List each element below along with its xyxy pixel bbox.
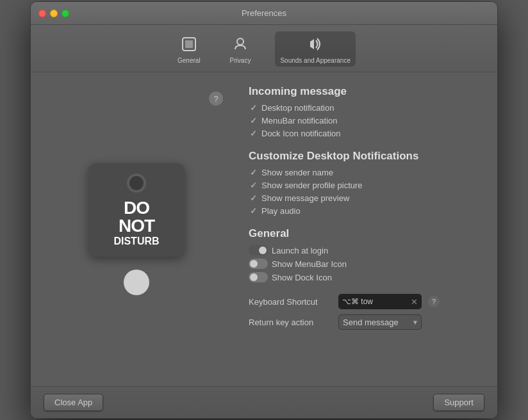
keyboard-shortcut-label: Keyboard Shortcut: [249, 297, 332, 307]
incoming-message-section: Incoming message ✓ Desktop notification …: [249, 85, 478, 138]
dock-icon-notification-label: Dock Icon notification: [261, 129, 341, 138]
show-dock-icon-toggle[interactable]: [249, 272, 268, 282]
toggle-knob-2: [250, 260, 258, 268]
svg-point-2: [237, 38, 243, 45]
tag-line-2: NOT: [119, 217, 154, 235]
show-dock-icon-label: Show Dock Icon: [272, 273, 332, 282]
checkbox-show-sender-picture[interactable]: ✓ Show sender profile picture: [249, 181, 478, 190]
show-sender-name-label: Show sender name: [261, 168, 333, 177]
toolbar-item-privacy[interactable]: Privacy: [225, 31, 256, 67]
launch-at-login-label: Launch at login: [272, 246, 328, 255]
play-audio-label: Play audio: [261, 206, 301, 216]
close-app-button[interactable]: Close App: [44, 394, 103, 411]
close-button[interactable]: [38, 10, 46, 17]
main-panel: Incoming message ✓ Desktop notification …: [242, 72, 497, 386]
general-title: General: [249, 227, 478, 240]
show-menubar-icon-toggle[interactable]: [249, 259, 268, 269]
checkbox-desktop-notification[interactable]: ✓ Desktop notification: [249, 103, 478, 113]
desktop-notification-label: Desktop notification: [261, 103, 334, 113]
return-key-select[interactable]: Send message New line: [338, 314, 422, 330]
check-icon-5: ✓: [249, 181, 258, 190]
minimize-button[interactable]: [50, 10, 58, 17]
customize-desktop-title: Customize Desktop Notifications: [249, 150, 478, 163]
toolbar-item-general[interactable]: General: [172, 31, 206, 67]
shortcut-value: ⌥⌘ tow: [342, 297, 407, 306]
svg-rect-1: [185, 40, 193, 48]
keyboard-shortcut-field[interactable]: ⌥⌘ tow ✕: [338, 294, 422, 309]
general-icon: [179, 34, 199, 54]
privacy-icon: [230, 34, 251, 54]
customize-desktop-section: Customize Desktop Notifications ✓ Show s…: [249, 150, 478, 216]
show-sender-picture-label: Show sender profile picture: [261, 181, 363, 190]
toolbar-item-sounds[interactable]: Sounds and Appearance: [275, 31, 356, 67]
question-badge[interactable]: ?: [209, 92, 223, 106]
shortcut-clear-icon[interactable]: ✕: [411, 297, 418, 307]
traffic-lights: [38, 10, 69, 17]
window-title: Preferences: [242, 8, 286, 18]
check-icon-2: ✓: [249, 117, 258, 125]
return-key-action-row: Return key action Send message New line …: [249, 314, 478, 330]
tag-hole: [127, 174, 146, 193]
sidebar: ? DO NOT DISTURB: [31, 72, 242, 386]
content-area: ? DO NOT DISTURB Incoming message ✓ Desk…: [31, 72, 497, 386]
keyboard-shortcut-help[interactable]: ?: [428, 296, 440, 307]
return-key-select-wrapper: Send message New line ▼: [338, 314, 422, 330]
checkbox-show-message-preview[interactable]: ✓ Show message preview: [249, 193, 478, 203]
tag-line-3: DISTURB: [113, 236, 159, 246]
check-icon-6: ✓: [249, 194, 258, 203]
privacy-label: Privacy: [230, 57, 251, 64]
checkbox-dock-icon-notification[interactable]: ✓ Dock Icon notification: [249, 129, 478, 138]
footer: Close App Support: [31, 386, 497, 418]
toggle-knob-3: [250, 273, 258, 281]
return-key-action-label: Return key action: [249, 318, 332, 327]
do-not-disturb-tag: DO NOT DISTURB: [88, 163, 185, 257]
checkbox-menubar-notification[interactable]: ✓ MenuBar notification: [249, 116, 478, 125]
keyboard-shortcut-row: Keyboard Shortcut ⌥⌘ tow ✕ ?: [249, 294, 478, 309]
preferences-window: Preferences General Privacy: [30, 1, 498, 419]
checkbox-show-sender-name[interactable]: ✓ Show sender name: [249, 168, 478, 177]
sounds-label: Sounds and Appearance: [280, 57, 351, 64]
checkbox-play-audio[interactable]: ✓ Play audio: [249, 206, 478, 216]
check-icon-3: ✓: [249, 129, 258, 138]
check-icon-7: ✓: [249, 207, 258, 216]
launch-at-login-toggle[interactable]: [249, 245, 268, 255]
sounds-icon: [305, 34, 326, 54]
support-button[interactable]: Support: [433, 394, 484, 411]
tag-line-1: DO: [124, 199, 149, 217]
check-icon-1: ✓: [249, 104, 258, 113]
check-icon-4: ✓: [249, 168, 258, 177]
show-menubar-icon-row: Show MenuBar Icon: [249, 259, 478, 269]
toggle-knob: [259, 246, 267, 254]
launch-at-login-row: Launch at login: [249, 245, 478, 255]
show-message-preview-label: Show message preview: [261, 193, 349, 203]
titlebar: Preferences: [31, 2, 497, 25]
toolbar: General Privacy Sounds and Appearance: [31, 25, 497, 72]
incoming-message-title: Incoming message: [249, 85, 478, 98]
general-label: General: [177, 57, 201, 64]
menubar-notification-label: MenuBar notification: [261, 116, 338, 125]
maximize-button[interactable]: [62, 10, 69, 17]
dnd-toggle[interactable]: [124, 270, 149, 295]
show-menubar-icon-label: Show MenuBar Icon: [272, 259, 347, 269]
general-section: General Launch at login Show MenuBar Ico…: [249, 227, 478, 282]
show-dock-icon-row: Show Dock Icon: [249, 272, 478, 282]
